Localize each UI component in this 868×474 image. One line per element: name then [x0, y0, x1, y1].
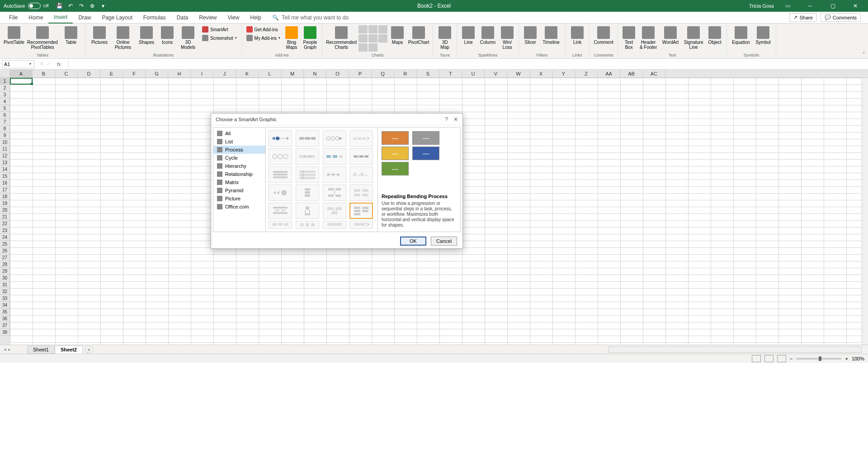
row-header[interactable]: 15	[0, 173, 10, 180]
category-matrix[interactable]: Matrix	[213, 178, 265, 186]
collapse-ribbon-icon[interactable]: ˄	[863, 52, 865, 57]
object-button[interactable]: Object	[706, 25, 724, 46]
close-dialog-icon[interactable]: ✕	[453, 116, 458, 123]
column-header[interactable]: B	[33, 70, 55, 77]
row-header[interactable]: 20	[0, 207, 10, 213]
category-all[interactable]: All	[213, 129, 265, 137]
horizontal-scrollbar[interactable]	[609, 346, 862, 353]
column-header[interactable]: F	[123, 70, 146, 77]
3dmodels-button[interactable]: 3D Models	[177, 25, 199, 51]
tab-review[interactable]: Review	[193, 12, 222, 24]
row-header[interactable]: 32	[0, 288, 10, 295]
row-header[interactable]: 18	[0, 193, 10, 200]
row-header[interactable]: 21	[0, 213, 10, 220]
row-header[interactable]: 29	[0, 268, 10, 275]
zoom-in-icon[interactable]: +	[845, 356, 848, 361]
signature-line-button[interactable]: Signature Line	[682, 25, 705, 51]
icons-button[interactable]: Icons	[159, 25, 176, 46]
layout-thumb[interactable]	[296, 203, 319, 219]
vertical-scrollbar[interactable]	[862, 78, 868, 345]
row-header[interactable]: 11	[0, 146, 10, 152]
row-header[interactable]: 34	[0, 302, 10, 308]
sparkline-winloss-button[interactable]: Win/ Loss	[499, 25, 516, 51]
column-header[interactable]: Q	[372, 70, 394, 77]
column-header[interactable]: G	[146, 70, 168, 77]
row-header[interactable]: 25	[0, 241, 10, 247]
enter-formula-icon[interactable]: ✓	[47, 61, 51, 67]
layout-thumb[interactable]	[323, 185, 346, 201]
header-footer-button[interactable]: Header & Footer	[638, 25, 659, 51]
category-pyramid[interactable]: Pyramid	[213, 186, 265, 194]
online-pictures-button[interactable]: Online Pictures	[112, 25, 134, 51]
category-picture[interactable]: Picture	[213, 194, 265, 203]
column-header[interactable]: AC	[643, 70, 665, 77]
layout-thumb[interactable]	[349, 185, 373, 201]
column-header[interactable]: T	[439, 70, 462, 77]
category-process[interactable]: Process	[213, 146, 265, 154]
tab-pagelayout[interactable]: Page Layout	[96, 12, 137, 24]
help-icon[interactable]: ?	[445, 116, 448, 123]
tab-data[interactable]: Data	[171, 12, 193, 24]
qat-dropdown-icon[interactable]: ▾	[99, 2, 107, 9]
fx-icon[interactable]: fx	[53, 62, 65, 67]
column-header[interactable]: Z	[575, 70, 598, 77]
row-header[interactable]: 9	[0, 132, 10, 139]
touch-mode-icon[interactable]: ⊕	[89, 2, 96, 9]
chart-type-1[interactable]	[359, 25, 368, 33]
sparkline-column-button[interactable]: Column	[478, 25, 498, 46]
autosave-toggle[interactable]	[28, 3, 41, 9]
timeline-button[interactable]: Timeline	[540, 25, 562, 46]
page-break-view-icon[interactable]	[777, 355, 786, 362]
chart-type-6[interactable]	[378, 34, 387, 43]
column-header[interactable]: A	[10, 70, 33, 77]
column-header[interactable]: H	[168, 70, 191, 77]
layout-thumb[interactable]	[349, 221, 373, 229]
row-header[interactable]: 19	[0, 200, 10, 207]
row-header[interactable]: 12	[0, 152, 10, 159]
column-header[interactable]: L	[259, 70, 281, 77]
link-button[interactable]: Link	[568, 25, 586, 46]
column-header[interactable]: J	[213, 70, 236, 77]
zoom-out-icon[interactable]: −	[790, 356, 793, 361]
tab-draw[interactable]: Draw	[73, 12, 96, 24]
symbol-button[interactable]: Symbol	[753, 25, 773, 46]
page-layout-view-icon[interactable]	[764, 355, 774, 362]
sheet-tab-2[interactable]: Sheet2	[55, 346, 83, 354]
layout-thumb[interactable]	[296, 221, 319, 229]
layout-thumb[interactable]	[296, 166, 319, 183]
layout-thumb[interactable]	[323, 203, 346, 219]
row-header[interactable]: 17	[0, 186, 10, 193]
active-cell[interactable]	[10, 78, 33, 85]
row-header[interactable]: 2	[0, 85, 10, 91]
layout-thumb[interactable]	[323, 166, 346, 183]
dialog-titlebar[interactable]: Choose a SmartArt Graphic ? ✕	[211, 114, 462, 125]
comments-button[interactable]: 💬 Comments	[821, 13, 861, 22]
layout-thumb[interactable]	[349, 130, 373, 147]
chart-type-3[interactable]	[378, 25, 387, 33]
column-header[interactable]: AB	[620, 70, 643, 77]
share-button[interactable]: ↗ Share	[789, 13, 816, 22]
row-header[interactable]: 31	[0, 281, 10, 288]
chevron-down-icon[interactable]: ▼	[28, 62, 32, 66]
tell-me-search[interactable]: 🔍 Tell me what you want to do	[267, 14, 354, 21]
category-office[interactable]: Office.com	[213, 203, 265, 211]
column-header[interactable]: V	[485, 70, 507, 77]
row-header[interactable]: 4	[0, 98, 10, 105]
row-header[interactable]: 33	[0, 295, 10, 302]
column-header[interactable]: E	[100, 70, 123, 77]
row-header[interactable]: 10	[0, 139, 10, 146]
row-header[interactable]: 26	[0, 247, 10, 254]
row-header[interactable]: 6	[0, 112, 10, 118]
slicer-button[interactable]: Slicer	[522, 25, 539, 46]
column-header[interactable]: AA	[598, 70, 620, 77]
chart-type-8[interactable]	[368, 43, 377, 52]
layout-thumb[interactable]	[269, 203, 292, 219]
chart-type-4[interactable]	[359, 34, 368, 43]
category-hierarchy[interactable]: Hierarchy	[213, 162, 265, 170]
layout-thumb[interactable]	[269, 166, 292, 183]
column-header[interactable]: C	[55, 70, 78, 77]
layout-thumb[interactable]	[349, 148, 373, 165]
row-header[interactable]: 14	[0, 166, 10, 173]
category-cycle[interactable]: Cycle	[213, 154, 265, 162]
layout-thumb[interactable]	[269, 148, 292, 165]
